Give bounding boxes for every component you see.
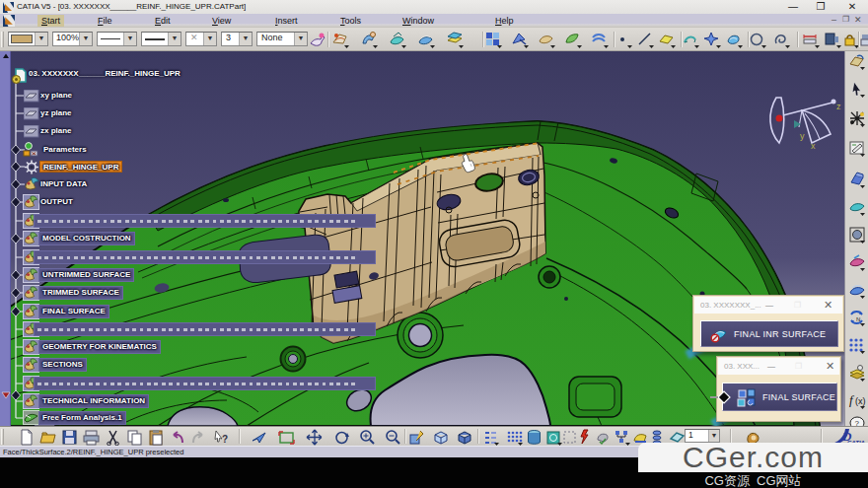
svg-text:z: z	[836, 102, 841, 111]
svg-text:(x): (x)	[855, 396, 866, 406]
svg-text:N: N	[856, 316, 860, 322]
svg-text:x: x	[811, 141, 816, 151]
svg-text:y: y	[800, 131, 805, 141]
svg-text:?: ?	[222, 434, 228, 445]
